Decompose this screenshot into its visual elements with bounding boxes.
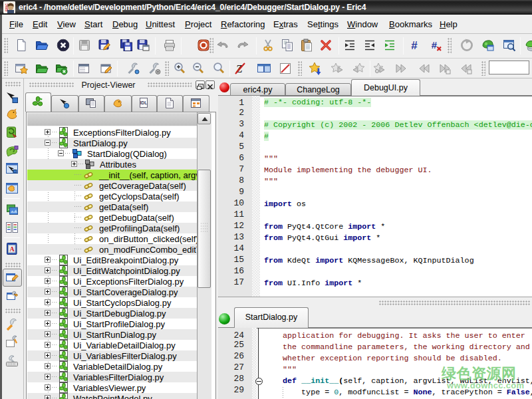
svg-text:IDL: IDL <box>140 100 148 105</box>
svg-text:#: # <box>411 39 418 52</box>
svg-text:A: A <box>9 245 15 253</box>
svg-text:#: # <box>432 39 438 51</box>
